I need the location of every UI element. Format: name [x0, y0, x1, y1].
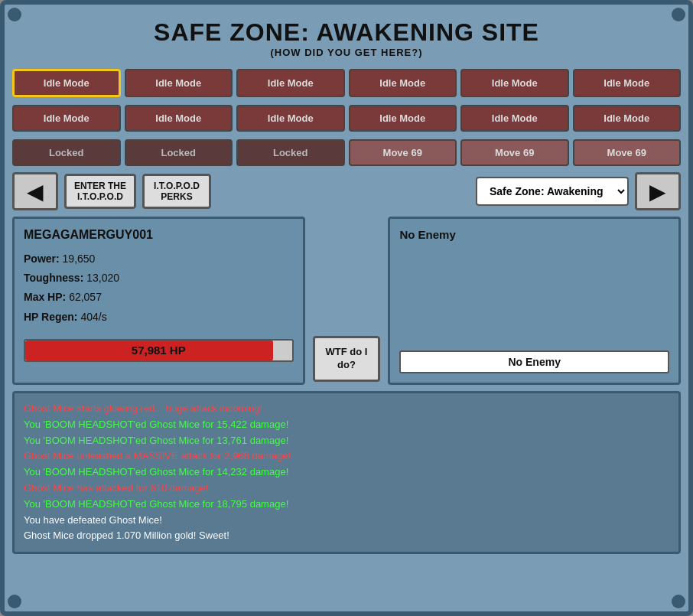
toughness-stat: Toughness: 13,020	[24, 269, 294, 288]
hpregen-label: HP Regen:	[24, 311, 78, 323]
player-stats: Power: 19,650 Toughness: 13,020 Max HP: …	[24, 249, 294, 327]
hpregen-value: 404/s	[80, 311, 106, 323]
skill-btn-1-3[interactable]: Idle Mode	[349, 105, 457, 132]
skills-row1: Idle Mode Idle Mode Idle Mode Idle Mode …	[12, 69, 681, 97]
skill-btn-2-1[interactable]: Locked	[125, 139, 233, 166]
corner-tr	[672, 8, 685, 21]
toughness-label: Toughness:	[24, 272, 83, 284]
hp-bar-text: 57,981 HP	[132, 344, 186, 357]
skills-row3: Locked Locked Locked Move 69 Move 69 Mov…	[12, 139, 681, 166]
skill-btn-2-5[interactable]: Move 69	[573, 139, 682, 166]
log-line: You 'BOOM HEADSHOT'ed Ghost Mice for 15,…	[24, 417, 669, 433]
power-label: Power:	[24, 253, 60, 265]
skill-btn-0-5[interactable]: Idle Mode	[573, 69, 682, 97]
corner-bl	[8, 595, 21, 608]
log-line: You have defeated Ghost Mice!	[24, 513, 669, 529]
skill-btn-1-0[interactable]: Idle Mode	[12, 105, 121, 132]
power-stat: Power: 19,650	[24, 249, 294, 269]
skill-btn-0-4[interactable]: Idle Mode	[460, 69, 569, 97]
hp-bar: 57,981 HP	[24, 339, 294, 362]
enemy-panel: No Enemy No Enemy	[388, 217, 681, 385]
itopod-perks-button[interactable]: I.T.O.P.O.D PERKS	[142, 174, 211, 210]
power-value: 19,650	[63, 253, 96, 265]
skill-btn-1-1[interactable]: Idle Mode	[125, 105, 233, 132]
skill-btn-2-4[interactable]: Move 69	[460, 139, 569, 166]
corner-br	[672, 595, 685, 608]
enter-itopod-button[interactable]: ENTER THE I.T.O.P.O.D	[64, 174, 136, 210]
maxhp-label: Max HP:	[24, 291, 66, 303]
main-container: SAFE ZONE: AWAKENING SITE (HOW DID YOU G…	[0, 0, 693, 616]
log-line: Ghost Mice dropped 1.070 Million gold! S…	[24, 528, 669, 544]
player-panel: MEGAGAMERGUY001 Power: 19,650 Toughness:…	[12, 217, 305, 385]
enemy-content: No Enemy	[399, 228, 669, 241]
middle-panel: WTF do Ido?	[313, 217, 381, 385]
log-line: You 'BOOM HEADSHOT'ed Ghost Mice for 18,…	[24, 497, 669, 513]
log-line: Ghost Mice unleashed a MASSIVE attack fo…	[24, 448, 669, 464]
battle-area: MEGAGAMERGUY001 Power: 19,650 Toughness:…	[12, 217, 681, 385]
log-line: You 'BOOM HEADSHOT'ed Ghost Mice for 14,…	[24, 464, 669, 481]
zone-select-wrapper: Safe Zone: Awakening ▶	[476, 172, 681, 210]
maxhp-stat: Max HP: 62,057	[24, 288, 294, 307]
skill-btn-0-1[interactable]: Idle Mode	[125, 69, 233, 97]
skill-btn-0-2[interactable]: Idle Mode	[236, 69, 345, 97]
zone-select[interactable]: Safe Zone: Awakening	[476, 177, 629, 206]
log-line: Ghost Mice has attacked for 610 damage!	[24, 481, 669, 497]
nav-left-arrow[interactable]: ◀	[12, 172, 58, 210]
skill-btn-0-3[interactable]: Idle Mode	[349, 69, 457, 97]
enemy-bar: No Enemy	[399, 350, 669, 373]
corner-tl	[8, 8, 21, 21]
skill-btn-2-0[interactable]: Locked	[12, 139, 121, 166]
title-area: SAFE ZONE: AWAKENING SITE (HOW DID YOU G…	[12, 12, 681, 61]
nav-row: ◀ ENTER THE I.T.O.P.O.D I.T.O.P.O.D PERK…	[12, 172, 681, 210]
main-title: SAFE ZONE: AWAKENING SITE	[12, 18, 681, 47]
log-area: Ghost Mice starts glowing red... huge at…	[12, 391, 681, 554]
toughness-value: 13,020	[86, 272, 119, 284]
nav-right-arrow[interactable]: ▶	[635, 172, 681, 210]
sub-title: (HOW DID YOU GET HERE?)	[12, 47, 681, 58]
hpregen-stat: HP Regen: 404/s	[24, 308, 294, 327]
skill-btn-1-2[interactable]: Idle Mode	[236, 105, 345, 132]
skill-btn-1-4[interactable]: Idle Mode	[460, 105, 569, 132]
skill-btn-1-5[interactable]: Idle Mode	[573, 105, 682, 132]
skill-btn-2-2[interactable]: Locked	[236, 139, 345, 166]
player-name: MEGAGAMERGUY001	[24, 228, 294, 242]
skill-btn-2-3[interactable]: Move 69	[349, 139, 457, 166]
skills-row2: Idle Mode Idle Mode Idle Mode Idle Mode …	[12, 105, 681, 132]
log-line: You 'BOOM HEADSHOT'ed Ghost Mice for 13,…	[24, 433, 669, 449]
maxhp-value: 62,057	[69, 291, 102, 303]
log-line: Ghost Mice starts glowing red... huge at…	[24, 401, 669, 417]
skill-btn-0-0[interactable]: Idle Mode	[12, 69, 121, 97]
wtf-button[interactable]: WTF do Ido?	[313, 336, 381, 382]
